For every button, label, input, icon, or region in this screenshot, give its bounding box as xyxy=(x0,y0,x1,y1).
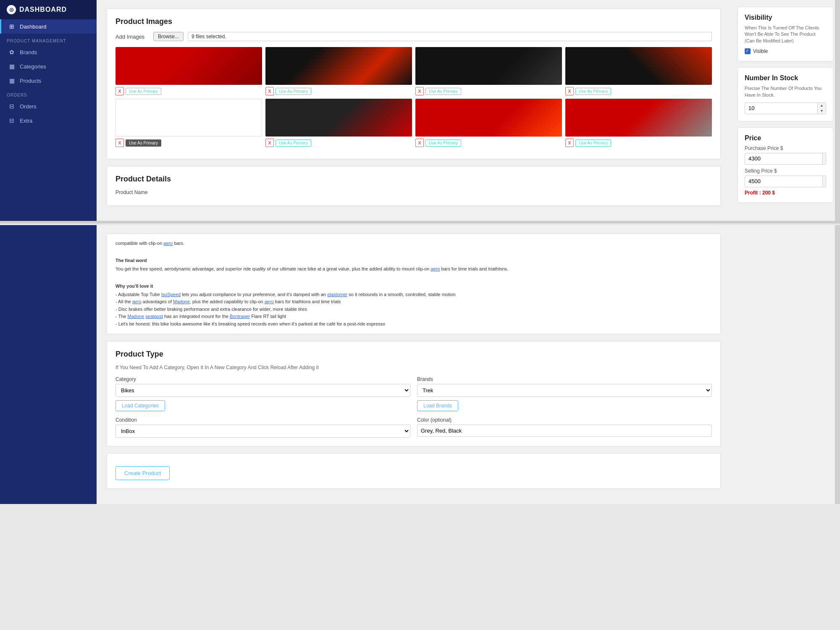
orders-section-label: ORDERS xyxy=(0,88,97,99)
product-images-title: Product Images xyxy=(116,17,712,26)
product-image-2 xyxy=(265,47,412,85)
img-controls-3: X Use As Primary xyxy=(415,87,461,95)
product-management-section-label: PRODUCT MANAGEMENT xyxy=(0,34,97,45)
aero-link-3[interactable]: aero xyxy=(132,299,142,304)
img-controls-6: X Use As Primary xyxy=(265,139,311,147)
stock-increment-button[interactable]: ▲ xyxy=(818,103,826,108)
add-images-label: Add Images xyxy=(116,34,149,40)
use-primary-2-button[interactable]: Use As Primary xyxy=(276,88,311,95)
product-name-label: Product Name xyxy=(116,189,712,195)
logo-icon: ◎ xyxy=(7,5,16,14)
remove-image-6-button[interactable]: X xyxy=(265,139,274,147)
use-primary-7-button[interactable]: Use As Primary xyxy=(425,139,461,147)
load-brands-button[interactable]: Load Brands xyxy=(417,400,458,411)
use-primary-3-button[interactable]: Use As Primary xyxy=(425,88,461,95)
image-cell-7: X Use As Primary xyxy=(415,99,562,147)
remove-image-3-button[interactable]: X xyxy=(415,87,424,95)
use-primary-6-button[interactable]: Use As Primary xyxy=(276,139,311,147)
category-label: Category xyxy=(116,376,410,382)
bontrager-link[interactable]: Bontrager xyxy=(230,314,250,319)
product-details-card: Product Details Product Name xyxy=(107,166,721,206)
product-image-3 xyxy=(415,47,562,85)
product-image-5 xyxy=(116,99,262,136)
sidebar-item-dashboard[interactable]: ⊞ Dashboard xyxy=(0,19,97,34)
remove-image-5-button[interactable]: X xyxy=(116,139,124,147)
remove-image-1-button[interactable]: X xyxy=(116,87,124,95)
product-details-title: Product Details xyxy=(116,175,712,184)
sidebar-item-extra[interactable]: ⊟ Extra xyxy=(0,113,97,128)
remove-image-2-button[interactable]: X xyxy=(265,87,274,95)
dashboard-icon: ⊞ xyxy=(8,23,16,30)
color-input[interactable] xyxy=(417,425,712,437)
seatpost-link[interactable]: seatpost xyxy=(145,314,163,319)
aero-link-2[interactable]: aero xyxy=(431,266,440,271)
remove-image-8-button[interactable]: X xyxy=(565,139,574,147)
elastomer-link[interactable]: elastomer xyxy=(327,292,347,297)
sidebar-item-products[interactable]: ▦ Products xyxy=(0,74,97,88)
product-type-card: Product Type If You Need To Add A Catego… xyxy=(107,341,721,446)
purchase-increment-button[interactable]: ▲ xyxy=(823,153,826,159)
sidebar-bottom xyxy=(0,225,97,504)
profit-text: Profit : 200 $ xyxy=(745,190,826,196)
selling-price-row: ▲ ▼ xyxy=(745,176,826,187)
use-primary-4-button[interactable]: Use As Primary xyxy=(575,88,611,95)
purchase-decrement-button[interactable]: ▼ xyxy=(823,159,826,164)
isospeed-link[interactable]: IsoSpeed xyxy=(161,292,181,297)
sidebar-item-brands[interactable]: ✿ Brands xyxy=(0,45,97,59)
extra-icon: ⊟ xyxy=(8,117,16,124)
color-col: Color (optional) xyxy=(417,417,712,438)
use-primary-1-button[interactable]: Use As Primary xyxy=(126,88,161,95)
stock-desc: Precise The Number Of Products You Have … xyxy=(745,85,826,98)
condition-select[interactable]: InBox Used New xyxy=(116,425,410,438)
sidebar-item-label: Categories xyxy=(20,63,46,70)
madone-link-1[interactable]: Madone xyxy=(173,299,190,304)
visibility-checkbox[interactable] xyxy=(745,48,751,54)
stock-title: Number In Stock xyxy=(745,74,826,82)
create-product-button[interactable]: Create Product xyxy=(116,466,170,480)
sidebar-item-orders[interactable]: ⊟ Orders xyxy=(0,99,97,113)
stock-input[interactable] xyxy=(745,103,817,113)
sidebar-title: DASHBOARD xyxy=(19,6,67,13)
sidebar-item-categories[interactable]: ▦ Categories xyxy=(0,59,97,74)
sidebar-logo: ◎ DASHBOARD xyxy=(0,0,97,19)
selling-decrement-button[interactable]: ▼ xyxy=(823,181,826,187)
right-panel-top: Visibility When This Is Turned Off The C… xyxy=(731,0,840,221)
use-primary-8-button[interactable]: Use As Primary xyxy=(575,139,611,147)
purchase-spinners: ▲ ▼ xyxy=(822,153,826,164)
aero-link-4[interactable]: aero xyxy=(265,299,274,304)
selling-price-input[interactable] xyxy=(745,176,822,186)
panel-gap xyxy=(0,222,840,223)
selling-price-label: Selling Price $ xyxy=(745,168,826,174)
product-image-1 xyxy=(116,47,262,85)
main-content-bottom: compatible with clip-on aero bars. The f… xyxy=(97,225,731,504)
visibility-card: Visibility When This Is Turned Off The C… xyxy=(738,7,833,61)
brands-col: Brands Trek Specialized Giant Load Brand… xyxy=(417,376,712,411)
visible-row: Visible xyxy=(745,48,826,54)
category-select[interactable]: Bikes Accessories Clothing xyxy=(116,384,410,397)
categories-icon: ▦ xyxy=(8,63,16,70)
number-in-stock-card: Number In Stock Precise The Number Of Pr… xyxy=(738,67,833,121)
browse-button[interactable]: Browse... xyxy=(153,32,184,41)
color-label: Color (optional) xyxy=(417,417,712,423)
stock-decrement-button[interactable]: ▼ xyxy=(818,108,826,114)
products-icon: ▦ xyxy=(8,77,16,84)
aero-link-1[interactable]: aero xyxy=(163,241,173,246)
remove-image-7-button[interactable]: X xyxy=(415,139,424,147)
sidebar-item-label: Extra xyxy=(20,118,32,124)
product-image-8 xyxy=(565,99,712,136)
condition-col: Condition InBox Used New xyxy=(116,417,410,438)
brands-icon: ✿ xyxy=(8,49,16,55)
load-categories-button[interactable]: Load Categories xyxy=(116,400,165,411)
brands-select[interactable]: Trek Specialized Giant xyxy=(417,384,712,397)
selling-increment-button[interactable]: ▲ xyxy=(823,176,826,181)
category-brands-row: Category Bikes Accessories Clothing Load… xyxy=(116,376,712,411)
image-cell-6: X Use As Primary xyxy=(265,99,412,147)
image-cell-3: X Use As Primary xyxy=(415,47,562,95)
product-images-card: Product Images Add Images Browse... 9 fi… xyxy=(107,8,721,159)
use-primary-5-button[interactable]: Use As Primary xyxy=(126,139,161,147)
sidebar-item-label: Brands xyxy=(20,49,37,55)
remove-image-4-button[interactable]: X xyxy=(565,87,574,95)
purchase-price-input[interactable] xyxy=(745,153,822,164)
madone-link-2[interactable]: Madone xyxy=(128,314,144,319)
img-controls-7: X Use As Primary xyxy=(415,139,461,147)
